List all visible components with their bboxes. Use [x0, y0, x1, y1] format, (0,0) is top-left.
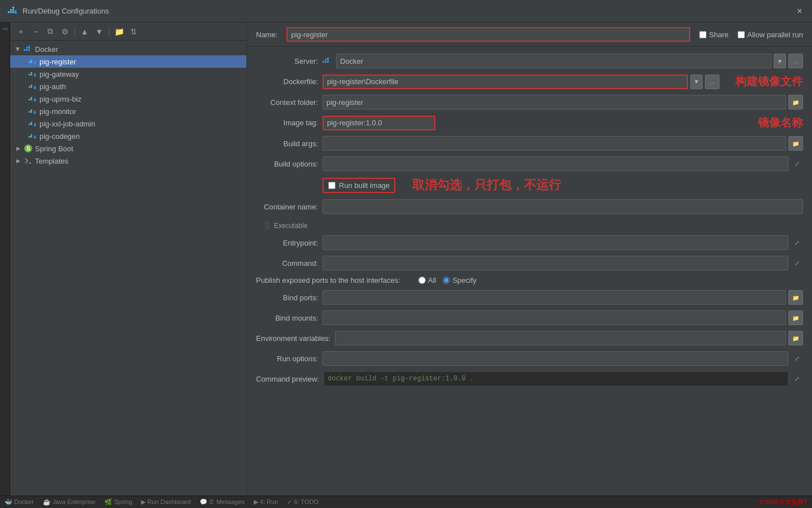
radio-specify-label: Specify — [452, 276, 476, 284]
command-preview-input — [324, 371, 788, 386]
pig-gateway-label: pig-gateway — [39, 70, 79, 78]
bind-mounts-browse-button[interactable]: 📁 — [788, 310, 803, 325]
radio-all-item[interactable]: All — [418, 276, 436, 284]
tree-item-pig-register[interactable]: ▶ pig-register — [10, 55, 246, 68]
strip-label-1[interactable]: 1 — [2, 27, 8, 30]
command-preview-expand-button[interactable]: ⤢ — [791, 373, 803, 385]
svg-rect-23 — [31, 97, 33, 99]
toolbar-separator-2 — [109, 27, 109, 36]
status-todo[interactable]: ✓ 6: TODO — [287, 498, 319, 506]
context-folder-input[interactable] — [323, 95, 786, 110]
image-tag-row: Image tag: 镜像名称 — [256, 115, 803, 130]
templates-arrow: ▶ — [15, 157, 21, 164]
build-options-input[interactable] — [323, 156, 788, 171]
share-checkbox-container[interactable]: Share — [699, 30, 729, 39]
server-row: Server: Docker — [256, 54, 803, 68]
build-args-input[interactable] — [323, 136, 786, 151]
dockerfile-input[interactable] — [323, 75, 688, 89]
run-options-expand-button[interactable]: ⤢ — [791, 352, 803, 365]
svg-rect-0 — [8, 11, 10, 13]
context-folder-row: Context folder: 📁 — [256, 95, 803, 110]
status-run-dashboard[interactable]: ▶ Run Dashboard — [141, 498, 191, 506]
radio-specify[interactable] — [443, 277, 450, 284]
parallel-run-container[interactable]: Allow parallel run — [738, 30, 803, 39]
entrypoint-input[interactable] — [323, 235, 788, 250]
status-spring[interactable]: 🌿 Spring — [104, 498, 132, 506]
settings-config-button[interactable]: ⚙ — [59, 25, 71, 38]
server-select[interactable]: Docker — [336, 54, 771, 68]
svg-rect-25 — [31, 111, 33, 113]
docker-group-icon — [24, 45, 33, 54]
tree-item-pig-codegen[interactable]: ▶ pig-codegen — [10, 130, 246, 142]
status-messages[interactable]: 💬 0: Messages — [200, 498, 244, 506]
svg-rect-37 — [325, 61, 326, 63]
tree-group-docker[interactable]: ▶ Docker — [10, 43, 246, 55]
remove-config-button[interactable]: − — [29, 25, 42, 38]
command-input[interactable] — [323, 256, 788, 270]
image-tag-input[interactable] — [323, 116, 435, 130]
radio-all[interactable] — [418, 277, 426, 284]
dockerfile-dropdown-arrow[interactable]: ▼ — [690, 75, 703, 89]
folder-button[interactable]: 📁 — [113, 25, 125, 38]
tree-item-pig-upms-biz[interactable]: ▶ pig-upms-biz — [10, 93, 246, 105]
pig-gateway-icon — [28, 69, 37, 78]
tree-item-pig-auth[interactable]: ▶ pig-auth — [10, 80, 246, 93]
executable-section-divider: Executable — [256, 220, 803, 232]
context-folder-browse-button[interactable]: 📁 — [788, 95, 803, 110]
csdn-brand: CSDN @大头目T — [760, 498, 807, 506]
run-options-container: ⤢ — [323, 351, 803, 366]
move-up-button[interactable]: ▲ — [78, 25, 91, 38]
dockerfile-label: Dockerfile: — [256, 77, 318, 86]
run-built-image-row: Run built image 取消勾选，只打包，不运行 — [256, 177, 803, 194]
run-options-row: Run options: ⤢ — [256, 351, 803, 366]
status-run[interactable]: ▶ 4: Run — [254, 498, 278, 506]
env-variables-input[interactable] — [335, 331, 786, 345]
close-button[interactable]: × — [794, 6, 805, 17]
run-options-input[interactable] — [323, 351, 788, 366]
entrypoint-row: Entrypoint: ⤢ — [256, 235, 803, 250]
svg-rect-20 — [31, 85, 33, 86]
share-checkbox[interactable] — [699, 31, 707, 38]
dialog-icon — [7, 6, 18, 17]
divider-handle[interactable] — [265, 222, 270, 230]
svg-rect-1 — [10, 11, 12, 13]
bind-ports-browse-button[interactable]: 📁 — [788, 290, 803, 305]
dialog-title: Run/Debug Configurations — [23, 7, 789, 15]
svg-rect-26 — [31, 110, 33, 111]
server-label: Server: — [256, 57, 318, 65]
command-expand-button[interactable]: ⤢ — [791, 257, 803, 269]
status-java[interactable]: ☕ Java Enterprise — [43, 498, 95, 506]
dockerfile-browse-button[interactable]: … — [705, 75, 720, 89]
status-docker[interactable]: 🐳 Docker — [5, 498, 34, 506]
radio-specify-item[interactable]: Specify — [443, 276, 476, 284]
server-browse-button[interactable]: … — [788, 54, 803, 68]
svg-rect-16 — [31, 74, 33, 76]
templates-icon — [24, 156, 33, 165]
name-input[interactable] — [286, 27, 690, 42]
tree-item-pig-monitor[interactable]: ▶ pig-monitor — [10, 105, 246, 117]
build-options-expand-button[interactable]: ⤢ — [791, 157, 803, 170]
image-tag-container — [323, 116, 742, 130]
sort-button[interactable]: ⇅ — [127, 25, 140, 38]
tree-item-pig-xxl-job-admin[interactable]: ▶ pig-xxl-job-admin — [10, 117, 246, 130]
env-variables-browse-button[interactable]: 📁 — [788, 331, 803, 345]
move-down-button[interactable]: ▼ — [93, 25, 105, 38]
run-built-image-checkbox[interactable] — [328, 182, 336, 189]
bind-ports-input[interactable] — [323, 290, 786, 305]
tree-group-spring-boot[interactable]: ▶ S Spring Boot — [10, 142, 246, 155]
build-args-browse-button[interactable]: 📁 — [788, 136, 803, 151]
parallel-run-checkbox[interactable] — [738, 31, 745, 38]
publish-ports-label: Publish exposed ports to the host interf… — [256, 276, 414, 284]
svg-text:S: S — [27, 146, 30, 152]
server-dropdown-arrow[interactable]: ▼ — [774, 54, 786, 68]
left-strip: 1 — [0, 23, 10, 496]
tree-item-pig-gateway[interactable]: ▶ pig-gateway — [10, 68, 246, 80]
config-toolbar: + − ⧉ ⚙ ▲ ▼ 📁 ⇅ — [10, 23, 246, 41]
entrypoint-expand-button[interactable]: ⤢ — [791, 237, 803, 249]
svg-rect-31 — [31, 136, 33, 138]
container-name-input[interactable] — [323, 199, 803, 214]
copy-config-button[interactable]: ⧉ — [44, 25, 56, 38]
add-config-button[interactable]: + — [15, 25, 27, 38]
tree-group-templates[interactable]: ▶ Templates — [10, 155, 246, 167]
bind-mounts-input[interactable] — [323, 310, 786, 325]
